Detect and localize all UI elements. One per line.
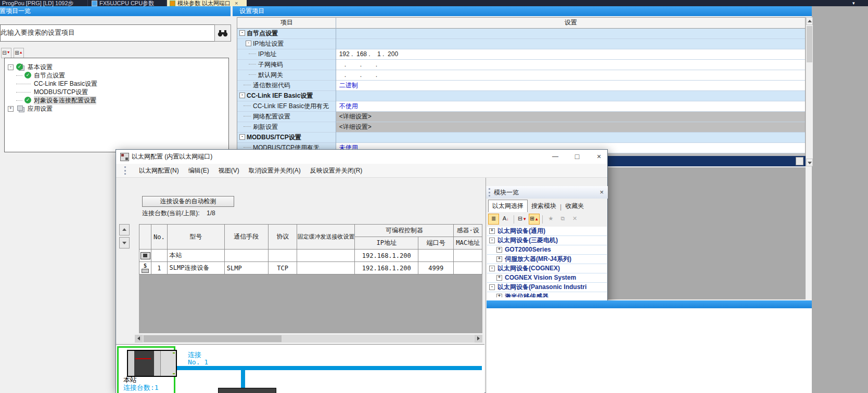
setting-row[interactable]: CC-Link IEF Basic使用有无 不使用 — [237, 101, 805, 112]
expand-toggle-icon[interactable]: - — [239, 134, 245, 140]
settings-scrollbar[interactable] — [806, 17, 813, 166]
collapse-all-button[interactable]: ⊟▼ — [1, 48, 11, 58]
drop-line — [241, 370, 245, 388]
expand-toggle-icon[interactable]: - — [489, 238, 495, 243]
expand-all-button[interactable]: ⊞▲ — [14, 48, 24, 58]
cell-no[interactable]: 1 — [151, 262, 168, 274]
expand-toggle-icon[interactable]: - — [239, 30, 245, 36]
tab-cpu-param[interactable]: FX5UJCPU CPU参数 — [88, 0, 169, 6]
device-row-host[interactable]: 本站 192.168.1.200 — [139, 250, 482, 262]
setting-value-network-config[interactable]: <详细设置> — [336, 112, 805, 122]
auto-detect-button[interactable]: 连接设备的自动检测 — [142, 196, 234, 207]
setting-row[interactable]: 默认网关 . . . — [237, 70, 805, 81]
scroll-right-icon[interactable] — [475, 335, 482, 343]
module-tree-item[interactable]: - 以太网设备(Panasonic Industri — [487, 283, 607, 292]
menu-view[interactable]: 视图(V) — [219, 166, 239, 175]
tab-favorites[interactable]: 收藏夹 — [561, 200, 588, 212]
scroll-down-icon[interactable] — [806, 159, 813, 166]
cell-model[interactable]: SLMP连接设备 — [167, 262, 224, 274]
search-input[interactable]: 在此输入要搜索的设置项目 — [0, 24, 215, 42]
sort-az-icon[interactable]: A↓ — [500, 214, 511, 225]
expand-toggle-icon[interactable]: + — [496, 275, 502, 281]
setting-row[interactable]: - IP地址设置 — [237, 39, 805, 49]
expand-toggle-icon[interactable]: + — [496, 256, 502, 262]
minimize-icon[interactable]: — — [547, 151, 563, 162]
setting-row[interactable]: 网络配置设置 <详细设置> — [237, 112, 805, 122]
scroll-left-icon[interactable] — [135, 335, 143, 343]
collapse-tree-icon[interactable]: ⊟▼ — [517, 214, 528, 225]
setting-row[interactable]: - MODBUS/TCP设置 — [237, 133, 805, 143]
expand-toggle-icon[interactable]: + — [489, 228, 495, 234]
tree-item-target-device-config[interactable]: ✓ 对象设备连接配置设置 — [6, 96, 226, 104]
expand-toggle-icon[interactable]: + — [8, 106, 14, 112]
setting-row[interactable]: 子网掩码 . . . — [237, 60, 805, 70]
cell-no[interactable] — [151, 250, 168, 262]
expand-toggle-icon[interactable]: - — [246, 41, 251, 46]
expand-toggle-icon[interactable]: - — [489, 266, 495, 271]
expand-toggle-icon[interactable]: - — [239, 93, 245, 98]
setting-label: 通信数据代码 — [253, 81, 290, 90]
module-tree-item[interactable]: + 伺服放大器(MR-J4系列) — [487, 255, 607, 264]
search-button[interactable] — [214, 24, 231, 42]
window-titlebar[interactable]: 以太网配置 (内置以太网端口) — □ × — [116, 150, 607, 164]
tab-overflow-icon[interactable]: ▾ — [852, 0, 855, 6]
expand-toggle-icon[interactable]: - — [489, 284, 495, 290]
setting-value-cclink-use[interactable]: 不使用 — [336, 101, 805, 111]
scrollbar-thumb[interactable] — [144, 335, 282, 342]
tree-item-modbus[interactable]: MODBUS/TCP设置 — [6, 88, 226, 96]
row-move-down-button[interactable] — [119, 237, 130, 248]
row-move-up-button[interactable] — [119, 224, 130, 235]
tree-item-application-settings[interactable]: + 应用设置 — [6, 104, 226, 113]
list-style-icon[interactable]: ≣ — [488, 214, 499, 225]
setting-value-comm-data-code[interactable]: 二进制 — [336, 81, 805, 90]
tab-module-param[interactable]: 模块参数 以太网端口 × — [167, 0, 247, 6]
setting-row[interactable]: - CC-Link IEF Basic设置 — [237, 91, 805, 101]
setting-row[interactable]: 通信数据代码 二进制 — [237, 81, 805, 91]
setting-value-default-gateway[interactable]: . . . — [336, 70, 805, 80]
cell-model[interactable]: 本站 — [167, 250, 224, 262]
device-row-slmp[interactable]: S 1 SLMP连接设备 SLMP TCP 192.168.1.200 4999 — [139, 262, 482, 274]
detail-button[interactable] — [796, 157, 803, 165]
cell-comm[interactable]: SLMP — [224, 262, 268, 274]
add-favorite-icon[interactable]: ⧉ — [557, 214, 568, 225]
host-station-selection[interactable]: 本站 连接台数:1 — [117, 346, 175, 393]
menu-apply-close[interactable]: 反映设置并关闭(R) — [310, 166, 363, 175]
setting-value-subnet-mask[interactable]: . . . — [336, 60, 805, 70]
module-tree-item[interactable]: + 以太网设备(通用) — [487, 227, 607, 236]
cell-port[interactable]: 4999 — [418, 262, 454, 274]
close-icon[interactable]: × — [599, 188, 604, 196]
tab-progpou[interactable]: ProgPou [PRG] [LD] 1092步 — [0, 0, 90, 6]
expand-toggle-icon[interactable]: + — [496, 247, 502, 253]
module-tree-item[interactable]: - 以太网设备(三菱电机) — [487, 236, 607, 245]
close-icon[interactable]: × — [591, 151, 607, 162]
menu-ethernet-config[interactable]: 以太网配置(N) — [139, 166, 179, 175]
maximize-icon[interactable]: □ — [569, 151, 585, 162]
setting-row[interactable]: IP地址 192 . 168 . 1 . 200 — [237, 49, 805, 60]
expand-toggle-icon[interactable]: - — [8, 64, 14, 70]
module-tree-item[interactable]: + COGNEX Vision System — [487, 273, 607, 283]
setting-row[interactable]: 刷新设置 <详细设置> — [237, 122, 805, 133]
menu-cancel-close[interactable]: 取消设置并关闭(A) — [249, 166, 301, 175]
scrollbar-thumb[interactable] — [807, 26, 812, 62]
horizontal-scrollbar[interactable] — [135, 335, 482, 343]
module-tree-item[interactable]: - 以太网设备(COGNEX) — [487, 264, 607, 273]
setting-value-refresh[interactable]: <详细设置> — [336, 122, 805, 132]
setting-row[interactable]: - 自节点设置 — [237, 29, 805, 39]
tree-item-cclink[interactable]: CC-Link IEF Basic设置 — [6, 80, 226, 88]
tree-item-own-node[interactable]: ✓ 自节点设置 — [6, 71, 226, 80]
module-tree-item[interactable]: + GOT2000Series — [487, 245, 607, 255]
menu-edit[interactable]: 编辑(E) — [188, 166, 209, 175]
module-list-titlebar[interactable]: 模块一览 × — [486, 186, 608, 199]
favorite-star-icon[interactable]: ★ — [545, 214, 556, 225]
setting-value-ip-address[interactable]: 192 . 168 . 1 . 200 — [336, 49, 805, 59]
tab-search-module[interactable]: 搜索模块 — [528, 200, 560, 212]
expand-tree-icon[interactable]: ⊞▲ — [529, 214, 540, 225]
cell-protocol[interactable]: TCP — [268, 262, 297, 274]
delete-icon[interactable]: ✕ — [569, 214, 580, 225]
tree-item-basic-settings[interactable]: - ✓ 基本设置 — [6, 63, 226, 71]
cell-ip[interactable]: 192.168.1.200 — [355, 250, 418, 262]
cell-ip[interactable]: 192.168.1.200 — [355, 262, 418, 274]
tab-close-icon[interactable]: × — [235, 0, 238, 6]
scroll-up-icon[interactable] — [806, 17, 813, 25]
tab-ethernet-select[interactable]: 以太网选择 — [488, 200, 528, 212]
